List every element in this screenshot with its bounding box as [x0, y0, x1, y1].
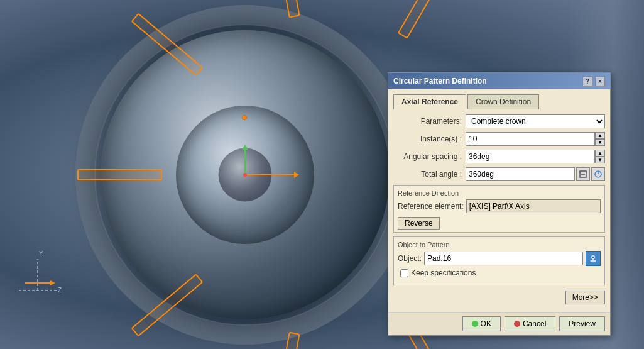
object-to-pattern-section: Object to Pattern Object: Keep specifica: [393, 236, 605, 285]
cancel-label: Cancel: [523, 319, 546, 328]
dialog-circular-pattern: Circular Pattern Definition ? × Axial Re…: [388, 72, 611, 336]
more-button[interactable]: More>>: [565, 291, 605, 304]
svg-point-13: [591, 260, 592, 262]
angular-spacing-input-container: ▲ ▼: [466, 150, 605, 163]
object-icon-button[interactable]: [586, 251, 601, 266]
ok-dot: [472, 321, 478, 327]
object-section-title: Object to Pattern: [398, 241, 601, 248]
more-btn-row: More>>: [393, 291, 605, 304]
reference-direction-section: Reference Direction Reference element: […: [393, 185, 605, 233]
total-angle-icon1[interactable]: [576, 167, 590, 181]
preview-button[interactable]: Preview: [559, 316, 605, 331]
bottom-bar: OK Cancel Preview: [388, 312, 610, 335]
dialog-titlebar: Circular Pattern Definition ? ×: [388, 73, 610, 89]
instances-spin-down[interactable]: ▼: [595, 139, 605, 146]
instances-input-container: ▲ ▼: [466, 132, 605, 146]
object-input[interactable]: [424, 252, 583, 265]
tab-axial-reference[interactable]: Axial Reference: [393, 94, 466, 109]
dialog-title: Circular Pattern Definition: [393, 77, 487, 86]
instances-spin-up[interactable]: ▲: [595, 132, 605, 139]
angular-spacing-spinner: ▲ ▼: [595, 150, 605, 163]
svg-text:Y: Y: [39, 250, 43, 257]
reverse-button[interactable]: Reverse: [398, 217, 440, 230]
close-button[interactable]: ×: [595, 76, 605, 86]
reference-element-row: Reference element: [AXIS] Part\X Axis: [398, 199, 601, 213]
total-angle-row: Total angle :: [393, 167, 605, 181]
instances-spinner: ▲ ▼: [595, 132, 605, 146]
svg-text:Z: Z: [58, 287, 62, 294]
parameters-select[interactable]: Complete crown: [466, 114, 605, 128]
tab-bar: Axial Reference Crown Definition: [393, 94, 605, 109]
cancel-dot: [514, 321, 520, 327]
svg-point-11: [592, 257, 594, 258]
angular-spacing-row: Angular spacing : ▲ ▼: [393, 150, 605, 163]
help-button[interactable]: ?: [582, 76, 592, 86]
parameters-row: Parameters: Complete crown: [393, 114, 605, 128]
angular-spacing-spin-up[interactable]: ▲: [595, 150, 605, 157]
dialog-body: Axial Reference Crown Definition Paramet…: [388, 89, 610, 312]
titlebar-buttons: ? ×: [582, 76, 605, 86]
angular-spacing-input[interactable]: [466, 150, 595, 163]
object-row: Object:: [398, 251, 601, 266]
parameters-input-container: Complete crown: [466, 114, 605, 128]
instances-label: Instance(s) :: [393, 135, 466, 143]
instances-input[interactable]: [466, 132, 595, 146]
corner-axes: Y Z: [13, 247, 63, 299]
svg-marker-5: [50, 280, 55, 285]
keep-specifications-label: Keep specifications: [411, 269, 476, 277]
object-label: Object:: [398, 254, 422, 263]
svg-point-14: [594, 260, 596, 262]
angular-spacing-spin-down[interactable]: ▼: [595, 157, 605, 163]
action-buttons: OK Cancel Preview: [462, 316, 605, 331]
reference-element-label: Reference element:: [398, 202, 464, 211]
cancel-button[interactable]: Cancel: [505, 316, 555, 331]
total-angle-label: Total angle :: [393, 170, 466, 179]
ok-label: OK: [481, 319, 491, 328]
total-angle-icon2[interactable]: [591, 167, 605, 181]
reference-element-value: [AXIS] Part\X Axis: [466, 199, 601, 213]
instances-row: Instance(s) : ▲ ▼: [393, 132, 605, 146]
tab-crown-definition[interactable]: Crown Definition: [467, 94, 539, 109]
keep-specifications-checkbox[interactable]: [400, 269, 408, 277]
ok-button[interactable]: OK: [462, 316, 501, 331]
reference-direction-title: Reference Direction: [398, 189, 601, 197]
total-angle-input-container: [466, 167, 605, 181]
keep-specifications-row: Keep specifications: [398, 269, 601, 277]
total-angle-input[interactable]: [466, 167, 575, 181]
parameters-label: Parameters:: [393, 117, 466, 126]
angular-spacing-label: Angular spacing :: [393, 152, 466, 161]
